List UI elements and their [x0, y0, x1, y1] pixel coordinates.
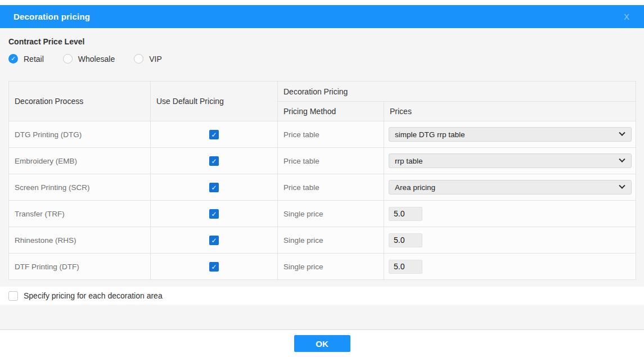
table-row-scr: Screen Printing (SCR) ✓ Price table Area…	[9, 174, 636, 201]
modal-footer: OK	[0, 329, 644, 357]
radio-vip[interactable]: VIP	[134, 54, 162, 64]
single-price-input[interactable]	[389, 233, 422, 247]
use-default-checkbox[interactable]: ✓	[209, 262, 219, 272]
chevron-down-icon	[619, 130, 625, 136]
radio-unchecked-icon	[134, 54, 143, 64]
price-level-radio-group: ✓ Retail Wholesale VIP	[8, 54, 636, 64]
process-label: Rhinestone (RHS)	[9, 227, 151, 254]
process-label: Transfer (TRF)	[9, 201, 151, 227]
modal-body: Contract Price Level ✓ Retail Wholesale …	[0, 28, 644, 329]
column-header-decoration-pricing: Decoration Pricing	[278, 82, 636, 102]
contract-price-level-label: Contract Price Level	[8, 28, 636, 46]
specify-area-label: Specify pricing for each decoration area	[24, 291, 163, 300]
single-price-input[interactable]	[389, 207, 422, 221]
radio-retail[interactable]: ✓ Retail	[8, 54, 44, 64]
radio-wholesale[interactable]: Wholesale	[63, 54, 115, 64]
process-label: Screen Printing (SCR)	[9, 174, 151, 201]
use-default-checkbox[interactable]: ✓	[209, 130, 219, 139]
radio-unchecked-icon	[63, 54, 73, 64]
process-label: Embroidery (EMB)	[9, 148, 151, 174]
single-price-input[interactable]	[389, 260, 422, 274]
pricing-method-label: Price table	[278, 174, 384, 201]
process-label: DTF Printing (DTF)	[9, 254, 151, 280]
pricing-method-label: Price table	[278, 148, 384, 174]
radio-wholesale-label: Wholesale	[78, 55, 115, 64]
top-strip	[0, 0, 644, 5]
pricing-method-label: Single price	[278, 254, 384, 280]
specify-area-checkbox[interactable]	[8, 291, 18, 301]
table-row-trf: Transfer (TRF) ✓ Single price	[9, 201, 636, 227]
radio-retail-label: Retail	[24, 55, 44, 64]
column-header-prices: Prices	[384, 102, 636, 121]
price-table-select[interactable]: Area pricing	[389, 180, 632, 195]
table-row-emb: Embroidery (EMB) ✓ Price table rrp table	[9, 148, 636, 174]
specify-area-bar: Specify pricing for each decoration area	[0, 287, 644, 305]
table-row-rhs: Rhinestone (RHS) ✓ Single price	[9, 227, 636, 254]
select-value: Area pricing	[395, 183, 435, 192]
table-row-dtg: DTG Printing (DTG) ✓ Price table simple …	[9, 121, 636, 148]
decoration-pricing-table: Decoration Process Use Default Pricing D…	[8, 81, 636, 280]
pricing-method-label: Price table	[278, 121, 384, 148]
radio-checked-icon: ✓	[8, 54, 18, 64]
price-table-select[interactable]: simple DTG rrp table	[389, 127, 632, 142]
pricing-method-label: Single price	[278, 201, 384, 227]
select-value: simple DTG rrp table	[395, 130, 465, 139]
use-default-checkbox[interactable]: ✓	[209, 156, 219, 166]
column-header-pricing-method: Pricing Method	[278, 102, 384, 121]
process-label: DTG Printing (DTG)	[9, 121, 151, 148]
select-value: rrp table	[395, 157, 423, 165]
table-row-dtf: DTF Printing (DTF) ✓ Single price	[9, 254, 636, 280]
radio-vip-label: VIP	[149, 55, 162, 64]
use-default-checkbox[interactable]: ✓	[209, 236, 219, 245]
chevron-down-icon	[619, 156, 625, 162]
use-default-checkbox[interactable]: ✓	[209, 183, 219, 192]
ok-button[interactable]: OK	[294, 335, 350, 352]
use-default-checkbox[interactable]: ✓	[209, 209, 219, 219]
price-table-select[interactable]: rrp table	[389, 153, 632, 168]
close-icon[interactable]: X	[620, 11, 633, 22]
page-title: Decoration pricing	[13, 12, 90, 21]
column-header-decoration-process: Decoration Process	[9, 82, 151, 121]
chevron-down-icon	[619, 183, 625, 189]
modal-header: Decoration pricing X	[0, 5, 644, 28]
column-header-use-default-pricing: Use Default Pricing	[151, 82, 278, 121]
pricing-method-label: Single price	[278, 227, 384, 254]
